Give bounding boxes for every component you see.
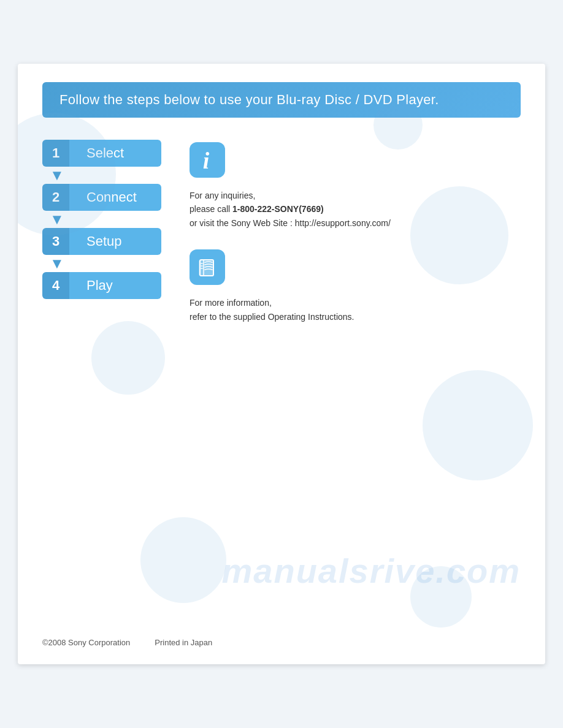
contact-text: For any inquiries, please call 1-800-222… — [190, 189, 521, 230]
down-arrow-3: ▼ — [50, 256, 64, 271]
footer-printed: Printed in Japan — [155, 638, 212, 647]
step-4-row: 4 Play — [42, 272, 165, 299]
watermark: manualsrive.com — [221, 551, 521, 591]
book-svg — [195, 255, 220, 279]
step-3-row: 3 Setup — [42, 228, 165, 255]
step-1-number: 1 — [42, 140, 69, 167]
arrow-3: ▼ — [50, 255, 165, 272]
svg-text:i: i — [203, 148, 210, 172]
down-arrow-1: ▼ — [50, 168, 64, 183]
manual-line-2: refer to the supplied Operating Instruct… — [190, 312, 354, 322]
info-i-svg: i — [197, 148, 217, 172]
footer: ©2008 Sony Corporation Printed in Japan — [42, 638, 521, 647]
header-banner: Follow the steps below to use your Blu-r… — [42, 82, 521, 118]
contact-line-2: please call 1-800-222-SONY(7669) — [190, 204, 324, 214]
info-block-manual: For more information, refer to the suppl… — [190, 249, 521, 324]
step-1-row: 1 Select — [42, 140, 165, 167]
step-4-number: 4 — [42, 272, 69, 299]
step-4-label: Play — [69, 272, 161, 299]
step-3-number: 3 — [42, 228, 69, 255]
info-icon: i — [190, 142, 225, 178]
page-container: Follow the steps below to use your Blu-r… — [18, 64, 545, 664]
content-area: 1 Select ▼ 2 Connect ▼ 3 Setup ▼ — [42, 140, 521, 324]
down-arrow-2: ▼ — [50, 212, 64, 227]
step-2-number: 2 — [42, 184, 69, 211]
info-block-contact: i For any inquiries, please call 1-800-2… — [190, 142, 521, 230]
manual-line-1: For more information, — [190, 298, 272, 308]
footer-copyright: ©2008 Sony Corporation — [42, 638, 130, 647]
arrow-1: ▼ — [50, 167, 165, 184]
info-column: i For any inquiries, please call 1-800-2… — [190, 140, 521, 324]
book-icon — [190, 249, 225, 285]
steps-column: 1 Select ▼ 2 Connect ▼ 3 Setup ▼ — [42, 140, 165, 324]
step-1-label: Select — [69, 140, 161, 167]
contact-line-1: For any inquiries, — [190, 191, 255, 200]
step-2-label: Connect — [69, 184, 161, 211]
manual-text: For more information, refer to the suppl… — [190, 296, 521, 324]
header-banner-text: Follow the steps below to use your Blu-r… — [59, 92, 439, 107]
step-2-row: 2 Connect — [42, 184, 165, 211]
contact-line-3: or visit the Sony Web Site : http://esup… — [190, 218, 391, 228]
arrow-2: ▼ — [50, 211, 165, 228]
step-3-label: Setup — [69, 228, 161, 255]
